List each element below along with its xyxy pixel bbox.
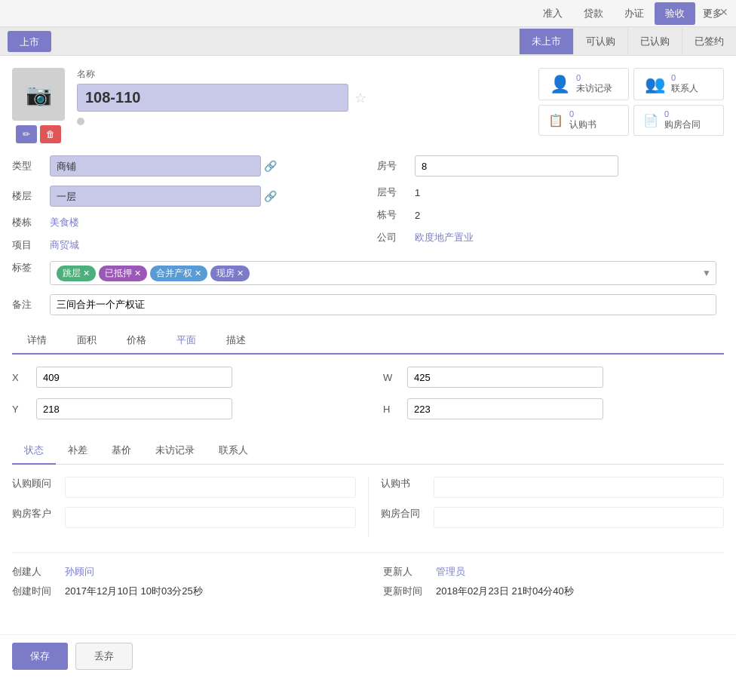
- tag-xianfang[interactable]: 现房 ✕: [210, 266, 250, 281]
- footer-col-left: 创建人 孙顾问 创建时间 2017年12月10日 10时03分25秒: [12, 565, 353, 604]
- visit-record-card[interactable]: 👤 0 未访记录: [538, 68, 629, 100]
- type-link-icon[interactable]: 🔗: [264, 160, 277, 172]
- bottom-tabs-bar: 状态 补差 基价 未访记录 联系人: [12, 438, 724, 465]
- tags-input[interactable]: 跳层 ✕ 已抵押 ✕ 合并产权 ✕ 现房 ✕ ▼: [50, 261, 716, 285]
- status-tab-weishangshi[interactable]: 未上市: [519, 29, 573, 54]
- building-label: 楼栋: [12, 216, 50, 229]
- goufang-hetong-row: 购房合同: [381, 507, 725, 528]
- purchase-book-label: 认购书: [569, 118, 596, 131]
- top-nav: 准入 贷款 办证 验收 更多: [0, 0, 736, 27]
- name-input[interactable]: [77, 84, 348, 112]
- tab-miaoshu[interactable]: 描述: [211, 327, 261, 353]
- type-label: 类型: [12, 159, 50, 173]
- update-time-value: 2018年02月23日 21时04分40秒: [436, 585, 574, 598]
- company-value[interactable]: 欧度地产置业: [415, 231, 474, 244]
- action-buttons: 保存 丢弃: [0, 634, 736, 677]
- status-tabs: 未上市 可认购 已认购 已签约: [519, 29, 736, 54]
- tab-jiage[interactable]: 价格: [112, 327, 161, 353]
- nav-item-daikuan[interactable]: 贷款: [573, 2, 614, 25]
- renggou-guwen-label: 认购顾问: [12, 477, 65, 498]
- status-tab-yirenggou[interactable]: 已认购: [627, 29, 682, 54]
- building-value[interactable]: 美食楼: [50, 216, 79, 229]
- footer-info: 创建人 孙顾问 创建时间 2017年12月10日 10时03分25秒 更新人 管…: [12, 552, 724, 604]
- goufang-hetong-label: 购房合同: [381, 507, 434, 528]
- remark-input[interactable]: [50, 294, 716, 315]
- tab-xiangqing[interactable]: 详情: [12, 327, 62, 353]
- status-tab-yiqianshu[interactable]: 已签约: [682, 29, 736, 54]
- tag-tiaoce-close[interactable]: ✕: [83, 269, 90, 278]
- form-right: 房号 层号 1 栋号 2 公司 欧度地产置业: [377, 155, 724, 261]
- star-icon[interactable]: ☆: [354, 90, 366, 106]
- nav-item-zhuru[interactable]: 准入: [532, 2, 573, 25]
- updater-row: 更新人 管理员: [383, 565, 724, 579]
- floor-link-icon[interactable]: 🔗: [264, 190, 277, 202]
- camera-icon: 📷: [26, 82, 52, 107]
- name-label: 名称: [77, 68, 526, 81]
- type-row: 类型 商铺 🔗: [12, 155, 359, 177]
- purchase-book-count: 0: [569, 109, 596, 118]
- bottom-tab-weifang[interactable]: 未访记录: [143, 438, 207, 464]
- form-area: 类型 商铺 🔗 楼层 一层 🔗: [12, 155, 724, 261]
- goufang-kehu-value: [65, 507, 356, 528]
- h-row: H: [383, 398, 724, 419]
- purchase-book-card[interactable]: 📋 0 认购书: [538, 105, 629, 136]
- floor-no-label: 层号: [377, 186, 415, 199]
- type-select[interactable]: 商铺: [50, 155, 261, 177]
- w-input[interactable]: [407, 367, 603, 388]
- updater-value[interactable]: 管理员: [436, 565, 465, 579]
- bottom-tab-lianxi[interactable]: 联系人: [207, 438, 260, 464]
- building-no-row: 栋号 2: [377, 208, 724, 222]
- nav-item-yanshou[interactable]: 验收: [655, 2, 695, 25]
- tag-yidiyajie-close[interactable]: ✕: [134, 269, 141, 278]
- h-input[interactable]: [407, 398, 603, 419]
- tag-xianfang-close[interactable]: ✕: [237, 269, 244, 278]
- purchase-contract-card[interactable]: 📄 0 购房合同: [633, 105, 724, 136]
- nav-item-banzheng[interactable]: 办证: [614, 2, 655, 25]
- tag-hejin-close[interactable]: ✕: [195, 269, 201, 278]
- creator-value[interactable]: 孙顾问: [65, 565, 94, 579]
- tag-tiaoce[interactable]: 跳层 ✕: [57, 266, 96, 281]
- delete-button[interactable]: 🗑: [40, 125, 61, 143]
- w-label: W: [383, 372, 398, 383]
- save-button[interactable]: 保存: [12, 643, 68, 670]
- cancel-button[interactable]: 丢弃: [75, 643, 133, 670]
- shangshi-button[interactable]: 上市: [8, 31, 51, 52]
- x-input[interactable]: [36, 367, 232, 388]
- project-value[interactable]: 商贸城: [50, 238, 79, 252]
- footer-col-right: 更新人 管理员 更新时间 2018年02月23日 21时04分40秒: [383, 565, 724, 604]
- tab-mianji[interactable]: 面积: [62, 327, 112, 353]
- expand-icon[interactable]: ⤢: [701, 6, 713, 18]
- y-row: Y: [12, 398, 353, 419]
- main-content: 📷 ✏ 🗑 名称 ☆ 👤: [0, 56, 736, 634]
- tags-section: 标签 跳层 ✕ 已抵押 ✕ 合并产权 ✕ 现房 ✕ ▼: [12, 261, 724, 285]
- tags-label: 标签: [12, 261, 50, 275]
- bottom-tab-jiaji[interactable]: 基价: [100, 438, 143, 464]
- form-left: 类型 商铺 🔗 楼层 一层 🔗: [12, 155, 359, 261]
- bottom-tab-zhuangtai[interactable]: 状态: [12, 438, 56, 465]
- room-no-input[interactable]: [415, 155, 618, 177]
- y-input[interactable]: [36, 398, 232, 419]
- coord-left: X Y: [12, 367, 353, 419]
- floor-no-value: 1: [415, 187, 420, 198]
- tab-pingmian[interactable]: 平面: [161, 327, 211, 355]
- close-icon[interactable]: ✕: [718, 6, 730, 18]
- renggoushu-row: 认购书: [381, 477, 725, 498]
- avatar: 📷: [12, 68, 65, 121]
- renggou-guwen-value: [65, 477, 356, 498]
- create-time-value: 2017年12月10日 10时03分25秒: [65, 585, 203, 598]
- building-no-value: 2: [415, 210, 420, 221]
- renggoushu-label: 认购书: [381, 477, 434, 498]
- floor-select[interactable]: 一层: [50, 186, 261, 207]
- y-label: Y: [12, 404, 27, 415]
- contact-card[interactable]: 👥 0 联系人: [633, 68, 724, 100]
- tags-dropdown-arrow[interactable]: ▼: [702, 268, 711, 278]
- status-tab-kerenggou[interactable]: 可认购: [573, 29, 627, 54]
- edit-button[interactable]: ✏: [16, 125, 37, 143]
- remark-label: 备注: [12, 298, 50, 312]
- create-time-label: 创建时间: [12, 585, 65, 598]
- floor-row: 楼层 一层 🔗: [12, 186, 359, 207]
- tag-yidiyajie[interactable]: 已抵押 ✕: [99, 266, 147, 281]
- tag-hejin[interactable]: 合并产权 ✕: [150, 266, 207, 281]
- bottom-tab-bucha[interactable]: 补差: [56, 438, 100, 464]
- person-icon: 👤: [550, 75, 570, 94]
